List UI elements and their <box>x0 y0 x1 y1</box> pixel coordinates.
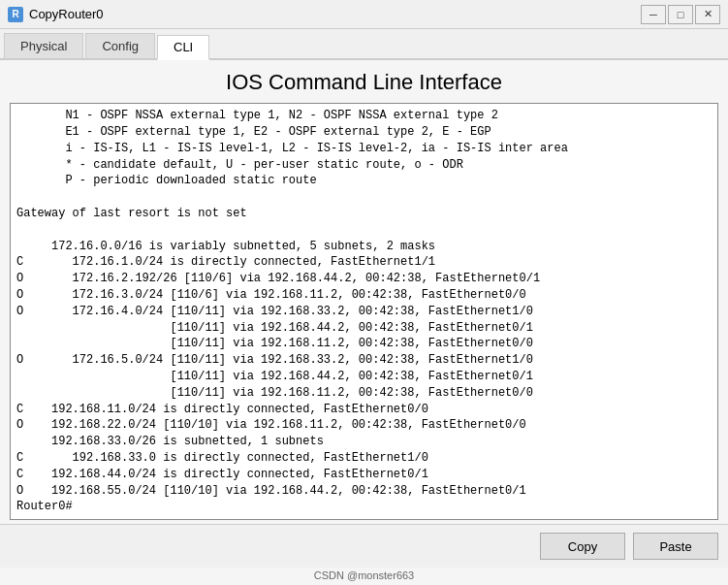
copy-button[interactable]: Copy <box>540 533 625 560</box>
paste-button[interactable]: Paste <box>633 533 718 560</box>
main-content: IOS Command Line Interface Router0# Rout… <box>0 60 728 585</box>
tab-config[interactable]: Config <box>85 33 155 58</box>
title-bar: R CopyRouter0 ─ □ ✕ <box>0 0 728 29</box>
app-icon: R <box>8 7 23 22</box>
tab-bar: Physical Config CLI <box>0 29 728 60</box>
tab-cli[interactable]: CLI <box>157 35 209 60</box>
close-button[interactable]: ✕ <box>695 5 720 24</box>
terminal-output[interactable]: Router0# Router0#show ip route Codes: C … <box>10 103 718 520</box>
terminal-wrapper: Router0# Router0#show ip route Codes: C … <box>0 103 728 524</box>
window-title: CopyRouter0 <box>29 7 641 21</box>
minimize-button[interactable]: ─ <box>641 5 666 24</box>
tab-physical[interactable]: Physical <box>4 33 83 58</box>
window-controls: ─ □ ✕ <box>641 5 720 24</box>
page-title: IOS Command Line Interface <box>0 60 728 103</box>
watermark: CSDN @monster663 <box>0 568 728 585</box>
bottom-bar: Copy Paste <box>0 524 728 568</box>
maximize-button[interactable]: □ <box>668 5 693 24</box>
